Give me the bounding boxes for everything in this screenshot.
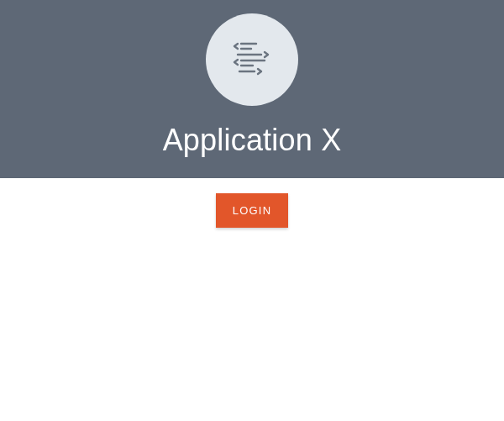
code-flow-icon xyxy=(228,34,276,86)
app-title: Application X xyxy=(163,123,342,158)
app-logo xyxy=(206,13,298,106)
content-area: LOGIN xyxy=(0,178,504,228)
hero-banner: Application X xyxy=(0,0,504,178)
login-button[interactable]: LOGIN xyxy=(216,193,288,228)
